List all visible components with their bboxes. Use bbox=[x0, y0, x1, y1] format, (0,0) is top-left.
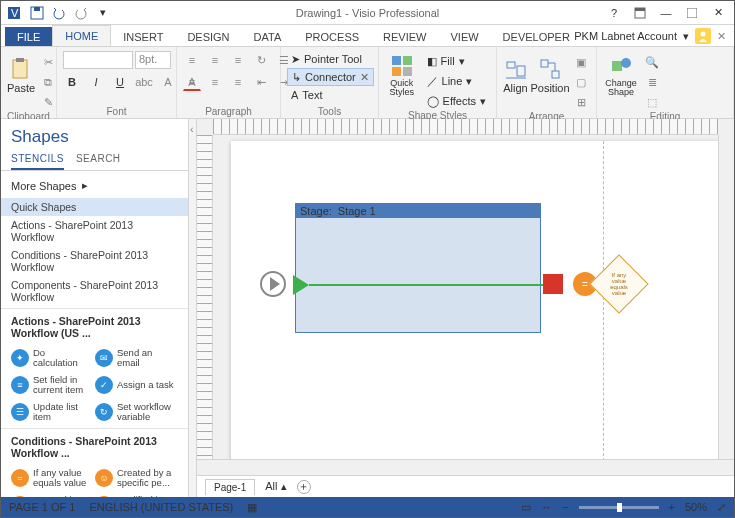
presentation-mode-icon[interactable]: ▭ bbox=[521, 501, 531, 514]
page[interactable]: Stage:Stage 1 = If any value equals valu… bbox=[231, 141, 718, 459]
end-shape[interactable] bbox=[543, 274, 563, 294]
shape-created-by[interactable]: ☺Created by a specific pe... bbox=[93, 465, 177, 492]
bring-front-icon[interactable]: ▣ bbox=[572, 53, 590, 71]
font-family-select[interactable] bbox=[63, 51, 133, 69]
quick-styles-button[interactable]: Quick Styles bbox=[385, 49, 419, 101]
line-button[interactable]: ／Line▾ bbox=[423, 72, 490, 90]
tab-process[interactable]: PROCESS bbox=[293, 27, 371, 46]
page-tab[interactable]: Page-1 bbox=[205, 479, 255, 495]
zoom-in-button[interactable]: + bbox=[669, 501, 675, 513]
shape-set-variable[interactable]: ↻Set workflow variable bbox=[93, 399, 177, 426]
stage-shape[interactable]: Stage:Stage 1 bbox=[295, 203, 541, 333]
ruler-vertical[interactable] bbox=[197, 135, 213, 459]
account-area[interactable]: PKM Labnet Account ▾ ✕ bbox=[574, 28, 726, 44]
macro-record-icon[interactable]: ▦ bbox=[247, 501, 257, 514]
status-language[interactable]: ENGLISH (UNITED STATES) bbox=[89, 501, 233, 513]
maximize-button[interactable] bbox=[680, 3, 704, 23]
all-pages-button[interactable]: All ▴ bbox=[265, 480, 286, 493]
orientation-icon[interactable]: ↻ bbox=[252, 51, 270, 69]
minimize-button[interactable]: — bbox=[654, 3, 678, 23]
tab-view[interactable]: VIEW bbox=[438, 27, 490, 46]
font-size-select[interactable]: 8pt. bbox=[135, 51, 171, 69]
vertical-scrollbar[interactable] bbox=[718, 135, 734, 459]
stencil-components[interactable]: Components - SharePoint 2013 Workflow bbox=[1, 276, 188, 306]
save-icon[interactable] bbox=[27, 3, 47, 23]
align-button[interactable]: Align bbox=[503, 49, 528, 101]
group-icon[interactable]: ⊞ bbox=[572, 93, 590, 111]
stencil-actions[interactable]: Actions - SharePoint 2013 Workflow bbox=[1, 216, 188, 246]
tab-developer[interactable]: DEVELOPER bbox=[491, 27, 582, 46]
align-bottom-icon[interactable]: ≡ bbox=[229, 51, 247, 69]
strike-button[interactable]: abc bbox=[135, 73, 153, 91]
copy-icon[interactable]: ⧉ bbox=[39, 73, 57, 91]
tab-insert[interactable]: INSERT bbox=[111, 27, 175, 46]
italic-button[interactable]: I bbox=[87, 73, 105, 91]
zoom-out-button[interactable]: − bbox=[562, 501, 568, 513]
undo-icon[interactable] bbox=[49, 3, 69, 23]
paste-button[interactable]: Paste bbox=[7, 49, 35, 101]
tab-review[interactable]: REVIEW bbox=[371, 27, 438, 46]
close-pane-icon[interactable]: ✕ bbox=[717, 30, 726, 43]
indent-dec-icon[interactable]: ⇤ bbox=[252, 73, 270, 91]
close-button[interactable]: ✕ bbox=[706, 3, 730, 23]
qat-dropdown-icon[interactable]: ▾ bbox=[93, 3, 113, 23]
zoom-slider[interactable] bbox=[579, 506, 659, 509]
align-center-icon[interactable]: ≡ bbox=[206, 73, 224, 91]
tab-search[interactable]: SEARCH bbox=[76, 153, 121, 170]
fit-width-icon[interactable]: ↔ bbox=[541, 501, 552, 513]
stencil-conditions[interactable]: Conditions - SharePoint 2013 Workflow bbox=[1, 246, 188, 276]
find-icon[interactable]: 🔍 bbox=[643, 53, 661, 71]
connector-tool-button[interactable]: ↳Connector✕ bbox=[287, 68, 374, 86]
start-shape[interactable] bbox=[260, 271, 286, 297]
format-painter-icon[interactable]: ✎ bbox=[39, 93, 57, 111]
avatar[interactable] bbox=[695, 28, 711, 44]
text-tool-button[interactable]: AText bbox=[287, 86, 327, 104]
ribbon-collapse-icon[interactable] bbox=[628, 3, 652, 23]
pointer-tool-button[interactable]: ➤Pointer Tool bbox=[287, 50, 366, 68]
shape-if-value[interactable]: =If any value equals value bbox=[9, 465, 93, 492]
underline-button[interactable]: U bbox=[111, 73, 129, 91]
shape-send-email[interactable]: ✉Send an email bbox=[93, 345, 177, 372]
tab-home[interactable]: HOME bbox=[52, 25, 111, 46]
redo-icon[interactable] bbox=[71, 3, 91, 23]
shape-set-field[interactable]: ≡Set field in current item bbox=[9, 372, 93, 399]
send-back-icon[interactable]: ▢ bbox=[572, 73, 590, 91]
connector-line[interactable] bbox=[309, 284, 543, 286]
select-icon[interactable]: ⬚ bbox=[643, 93, 661, 111]
visio-icon[interactable]: V bbox=[5, 3, 25, 23]
more-shapes-link[interactable]: More Shapes▸ bbox=[1, 171, 188, 196]
horizontal-scrollbar[interactable] bbox=[197, 460, 734, 475]
shape-update-list[interactable]: ☰Update list item bbox=[9, 399, 93, 426]
tab-data[interactable]: DATA bbox=[242, 27, 294, 46]
change-shape-button[interactable]: Change Shape bbox=[603, 49, 639, 101]
zoom-level[interactable]: 50% bbox=[685, 501, 707, 513]
ruler-horizontal[interactable] bbox=[213, 119, 718, 135]
align-left-icon[interactable]: ≡ bbox=[183, 73, 201, 91]
close-icon[interactable]: ✕ bbox=[360, 71, 369, 84]
layers-icon[interactable]: ≣ bbox=[643, 73, 661, 91]
account-dropdown-icon[interactable]: ▾ bbox=[683, 30, 689, 43]
bold-button[interactable]: B bbox=[63, 73, 81, 91]
stencil-quick-shapes[interactable]: Quick Shapes bbox=[1, 198, 188, 216]
svg-rect-3 bbox=[34, 7, 40, 11]
shape-do-calculation[interactable]: ✦Do calculation bbox=[9, 345, 93, 372]
align-right-icon[interactable]: ≡ bbox=[229, 73, 247, 91]
add-page-button[interactable]: ＋ bbox=[297, 480, 311, 494]
help-icon[interactable]: ? bbox=[602, 3, 626, 23]
align-middle-icon[interactable]: ≡ bbox=[206, 51, 224, 69]
pane-splitter[interactable]: ‹ bbox=[189, 119, 197, 497]
cut-icon[interactable]: ✂ bbox=[39, 53, 57, 71]
fit-page-icon[interactable]: ⤢ bbox=[717, 501, 726, 514]
fill-button[interactable]: ◧Fill▾ bbox=[423, 52, 490, 70]
entry-arrow[interactable] bbox=[293, 275, 309, 295]
condition-diamond[interactable]: If any value equals value bbox=[591, 262, 647, 306]
align-top-icon[interactable]: ≡ bbox=[183, 51, 201, 69]
drawing-canvas[interactable]: Stage:Stage 1 = If any value equals valu… bbox=[213, 135, 718, 459]
tab-stencils[interactable]: STENCILS bbox=[11, 153, 64, 170]
tab-file[interactable]: FILE bbox=[5, 27, 52, 46]
tab-design[interactable]: DESIGN bbox=[175, 27, 241, 46]
shape-assign-task[interactable]: ✓Assign a task bbox=[93, 372, 177, 399]
effects-button[interactable]: ◯Effects▾ bbox=[423, 92, 490, 110]
position-button[interactable]: Position bbox=[532, 49, 568, 101]
font-grow-icon[interactable]: A bbox=[159, 73, 177, 91]
